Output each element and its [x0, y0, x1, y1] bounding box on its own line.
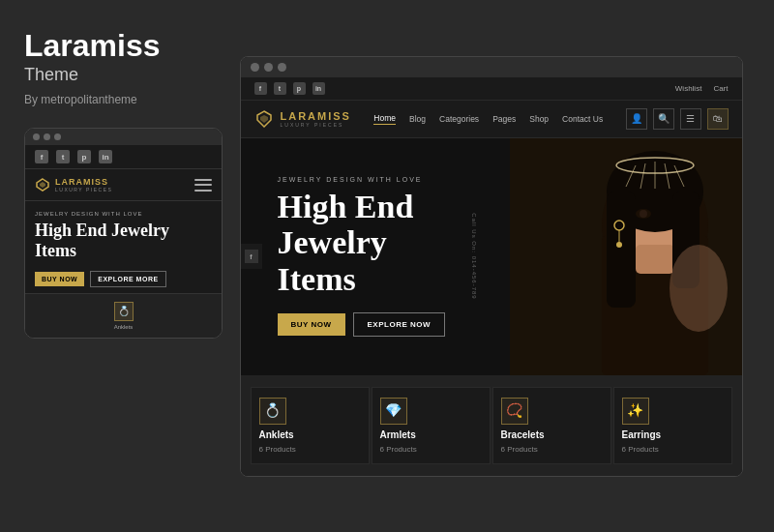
desktop-social-icons: f t p in	[254, 82, 325, 95]
hero-main-title: High End Jewelry Items	[278, 189, 494, 297]
desktop-categories: 💍 Anklets 6 Products 💎 Armlets 6 Product…	[241, 375, 742, 476]
anklets-icon: 💍	[259, 398, 286, 425]
svg-point-23	[670, 245, 728, 332]
armlets-count: 6 Products	[380, 445, 417, 454]
brand-subtitle: Theme	[24, 65, 203, 85]
earrings-name: Earrings	[622, 429, 662, 440]
mobile-hero-buttons: BUY NOW EXPLORE MORE	[35, 271, 212, 287]
svg-marker-3	[260, 115, 268, 123]
desktop-mockup: f t p in Wishlist Cart LARAMISS LUXURY P…	[240, 56, 743, 477]
nav-link-blog[interactable]: Blog	[409, 114, 426, 124]
desktop-nav: LARAMISS LUXURY PIECES Home Blog Categor…	[241, 101, 742, 138]
bracelets-name: Bracelets	[501, 429, 545, 440]
hero-left: f JEWELRY DESIGN WITH LOVE High End Jewe…	[241, 138, 510, 375]
explore-now-button[interactable]: EXPLORE NOW	[353, 312, 446, 337]
desktop-topbar-right: Wishlist Cart	[675, 84, 729, 93]
bracelets-count: 6 Products	[501, 445, 538, 454]
buy-now-button[interactable]: BUY NOW	[278, 313, 345, 336]
nav-link-shop[interactable]: Shop	[529, 114, 549, 124]
search-icon-btn[interactable]: 🔍	[653, 108, 674, 130]
hero-phone-text: Call Us On: 014-456-789	[471, 213, 477, 299]
desktop-linkedin-icon[interactable]: in	[313, 82, 325, 95]
hero-woman-svg	[510, 138, 742, 375]
mobile-category-row: 💍 Anklets	[25, 293, 222, 338]
nav-link-home[interactable]: Home	[373, 113, 396, 125]
nav-link-contact[interactable]: Contact Us	[562, 114, 603, 124]
category-card-armlets[interactable]: 💎 Armlets 6 Products	[372, 387, 491, 464]
left-panel: Laramiss Theme By metropolitantheme f t …	[0, 0, 227, 532]
svg-rect-8	[636, 245, 674, 274]
mobile-category-icon: 💍	[114, 302, 134, 321]
armlets-name: Armlets	[380, 429, 416, 440]
nav-link-pages[interactable]: Pages	[492, 114, 516, 124]
menu-icon-btn[interactable]: ☰	[680, 108, 701, 130]
desktop-pinterest-icon[interactable]: p	[293, 82, 306, 95]
category-card-anklets[interactable]: 💍 Anklets 6 Products	[251, 387, 370, 464]
desktop-window-controls	[241, 57, 742, 77]
hero-image-placeholder	[510, 138, 742, 375]
hero-social-vertical: f	[241, 244, 262, 269]
mobile-hero: JEWELRY DESIGN WITH LOVE High End Jewelr…	[25, 201, 222, 292]
wishlist-link[interactable]: Wishlist	[675, 84, 702, 93]
desktop-dot-red	[251, 63, 259, 72]
mobile-linkedin-icon[interactable]: in	[99, 150, 112, 163]
mobile-dot-green	[54, 133, 61, 140]
mobile-social-bar: f t p in	[25, 145, 222, 169]
mobile-twitter-icon[interactable]: t	[56, 150, 70, 163]
mobile-explore-button[interactable]: EXPLORE MORE	[90, 271, 165, 287]
desktop-logo-icon	[254, 109, 274, 129]
hero-image	[510, 138, 742, 375]
armlets-icon: 💎	[380, 398, 407, 425]
mobile-dot-yellow	[44, 133, 50, 140]
svg-marker-1	[40, 182, 45, 188]
desktop-twitter-icon[interactable]: t	[274, 82, 286, 95]
brand-by: By metropolitantheme	[24, 93, 203, 106]
hero-facebook-icon[interactable]: f	[245, 250, 258, 263]
desktop-topbar: f t p in Wishlist Cart	[241, 77, 742, 101]
svg-point-20	[616, 242, 622, 248]
bracelets-icon: 📿	[501, 398, 528, 425]
hamburger-line-2	[194, 184, 212, 186]
mobile-mockup: f t p in LARAMISS LUXURY PIECES	[24, 128, 223, 338]
category-card-earrings[interactable]: ✨ Earrings 6 Products	[613, 387, 732, 464]
anklets-count: 6 Products	[259, 445, 296, 454]
mobile-logo: LARAMISS LUXURY PIECES	[35, 177, 112, 192]
anklets-name: Anklets	[259, 429, 294, 440]
mobile-dot-red	[33, 133, 40, 140]
mobile-buy-now-button[interactable]: BUY NOW	[35, 272, 84, 286]
nav-link-categories[interactable]: Categories	[439, 114, 479, 124]
hamburger-icon[interactable]	[194, 179, 212, 192]
desktop-nav-links: Home Blog Categories Pages Shop Contact …	[373, 113, 603, 125]
earrings-icon: ✨	[622, 398, 649, 425]
mobile-logo-text: LARAMISS LUXURY PIECES	[55, 177, 112, 192]
svg-point-22	[640, 210, 647, 218]
hero-buttons: BUY NOW EXPLORE NOW	[278, 312, 494, 337]
mobile-window-controls	[25, 129, 222, 145]
mobile-facebook-icon[interactable]: f	[35, 150, 48, 163]
desktop-dot-green	[278, 63, 286, 72]
mobile-pinterest-icon[interactable]: p	[77, 150, 91, 163]
hamburger-line-3	[194, 190, 212, 192]
desktop-mockup-container: f t p in Wishlist Cart LARAMISS LUXURY P…	[227, 0, 774, 532]
desktop-nav-icons: 👤 🔍 ☰ 🛍	[626, 108, 729, 130]
category-card-bracelets[interactable]: 📿 Bracelets 6 Products	[492, 387, 611, 464]
cart-link[interactable]: Cart	[713, 84, 728, 93]
hero-subtitle: JEWELRY DESIGN WITH LOVE	[278, 176, 494, 183]
mobile-nav: LARAMISS LUXURY PIECES	[25, 169, 222, 201]
desktop-hero: f JEWELRY DESIGN WITH LOVE High End Jewe…	[241, 138, 742, 375]
desktop-logo: LARAMISS LUXURY PIECES	[254, 109, 351, 129]
brand-title: Laramiss	[24, 29, 203, 63]
cart-icon-btn[interactable]: 🛍	[707, 108, 729, 130]
desktop-logo-text: LARAMISS LUXURY PIECES	[281, 110, 351, 128]
mobile-logo-icon	[35, 177, 50, 192]
mobile-category-item: 💍 Anklets	[114, 302, 134, 330]
desktop-dot-yellow	[264, 63, 273, 72]
account-icon-btn[interactable]: 👤	[626, 108, 647, 130]
hamburger-line-1	[194, 179, 212, 181]
earrings-count: 6 Products	[622, 445, 659, 454]
desktop-facebook-icon[interactable]: f	[254, 82, 267, 95]
svg-rect-10	[607, 192, 636, 308]
